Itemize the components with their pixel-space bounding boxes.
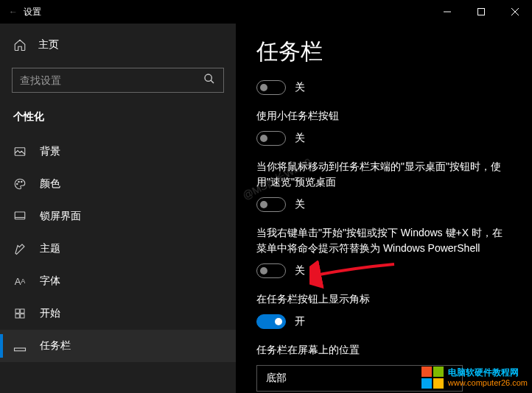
sidebar: 主页 个性化 背景 颜色 锁屏界面 主题 [0, 24, 236, 393]
sidebar-item-start[interactable]: 开始 [0, 297, 236, 330]
sidebar-item-label: 任务栏 [40, 339, 71, 353]
svg-rect-1 [478, 9, 485, 15]
footer-line2: www.computer26.com [448, 378, 528, 388]
setting-desc-position: 任务栏在屏幕上的位置 [256, 342, 511, 358]
search-input[interactable] [12, 68, 224, 93]
back-icon[interactable]: ← [9, 7, 18, 17]
start-icon [13, 307, 27, 320]
toggle-1[interactable] [256, 80, 286, 95]
svg-line-5 [211, 80, 214, 83]
close-button[interactable] [498, 0, 532, 24]
sidebar-item-colors[interactable]: 颜色 [0, 168, 236, 200]
home-label: 主页 [38, 38, 59, 52]
taskbar-icon [13, 339, 27, 353]
setting-desc-small-buttons: 使用小任务栏按钮 [256, 108, 511, 124]
titlebar: ← 设置 [0, 0, 532, 24]
toggle-peek-state: 关 [295, 198, 305, 211]
sidebar-item-background[interactable]: 背景 [0, 135, 236, 168]
sidebar-item-fonts[interactable]: AA 字体 [0, 265, 236, 297]
sidebar-item-label: 开始 [40, 307, 60, 320]
footer-watermark: 电脑软硬件教程网 www.computer26.com [421, 367, 528, 389]
windows-logo-icon [421, 367, 444, 389]
svg-point-7 [17, 183, 18, 185]
svg-rect-14 [15, 314, 19, 318]
svg-point-9 [21, 181, 23, 183]
home-link[interactable]: 主页 [0, 29, 236, 60]
footer-line1: 电脑软硬件教程网 [448, 367, 528, 378]
toggle-powershell-state: 关 [295, 264, 305, 277]
category-label: 个性化 [0, 105, 236, 135]
annotation-arrow-icon [309, 261, 398, 290]
toggle-badges[interactable] [256, 314, 286, 329]
sidebar-item-label: 背景 [40, 145, 60, 158]
sidebar-item-lockscreen[interactable]: 锁屏界面 [0, 200, 236, 233]
sidebar-item-label: 字体 [40, 275, 60, 288]
sidebar-item-label: 主题 [40, 242, 60, 255]
palette-icon [13, 177, 27, 191]
page-title: 任务栏 [256, 37, 511, 67]
content-area: 任务栏 关 使用小任务栏按钮 关 当你将鼠标移动到任务栏末端的"显示桌面"按钮时… [236, 24, 532, 393]
sidebar-item-themes[interactable]: 主题 [0, 233, 236, 265]
home-icon [13, 38, 27, 52]
setting-desc-peek: 当你将鼠标移动到任务栏末端的"显示桌面"按钮时，使用"速览"预览桌面 [256, 159, 511, 190]
setting-desc-powershell: 当我右键单击"开始"按钮或按下 Windows 键+X 时，在菜单中将命令提示符… [256, 225, 511, 256]
toggle-powershell[interactable] [256, 263, 286, 278]
toggle-1-state: 关 [295, 81, 305, 94]
sidebar-item-label: 锁屏界面 [40, 210, 81, 223]
toggle-small-buttons[interactable] [256, 131, 286, 146]
position-value: 底部 [266, 372, 287, 383]
setting-desc-badges: 在任务栏按钮上显示角标 [256, 291, 511, 307]
svg-rect-13 [21, 309, 24, 313]
toggle-peek[interactable] [256, 197, 286, 212]
maximize-button[interactable] [464, 0, 498, 24]
lockscreen-icon [13, 210, 27, 223]
toggle-badges-state: 开 [295, 315, 305, 328]
svg-rect-16 [15, 348, 26, 351]
window-title: 设置 [24, 6, 41, 18]
svg-rect-15 [21, 314, 24, 318]
search-icon [203, 73, 215, 88]
minimize-button[interactable] [430, 0, 464, 24]
toggle-small-buttons-state: 关 [295, 132, 305, 145]
svg-rect-12 [15, 309, 19, 313]
svg-point-4 [205, 74, 211, 81]
sidebar-item-label: 颜色 [40, 177, 60, 191]
sidebar-item-taskbar[interactable]: 任务栏 [0, 330, 236, 362]
picture-icon [13, 145, 27, 158]
svg-point-8 [18, 181, 20, 183]
svg-rect-10 [15, 212, 25, 219]
theme-icon [13, 242, 27, 255]
font-icon: AA [13, 275, 27, 288]
